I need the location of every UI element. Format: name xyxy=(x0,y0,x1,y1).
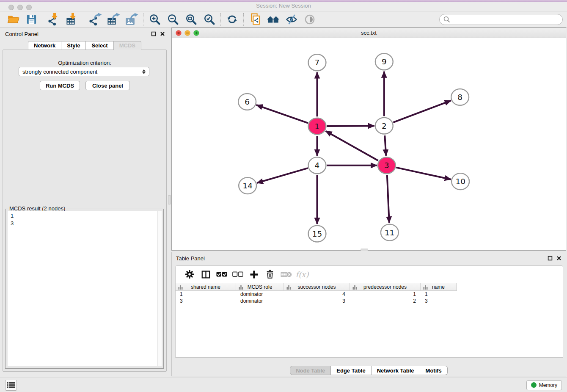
table-cell[interactable]: 3 xyxy=(421,298,457,304)
table-body: 1dominator4113dominator323 xyxy=(176,291,563,304)
table-cell[interactable]: 4 xyxy=(284,291,350,298)
table-cell[interactable]: 1 xyxy=(350,291,421,298)
zoom-fit-button[interactable] xyxy=(182,12,200,27)
close-panel-icon[interactable] xyxy=(160,31,165,36)
float-panel-icon[interactable] xyxy=(151,31,156,36)
memory-label: Memory xyxy=(539,382,557,388)
optimization-criterion-dropdown[interactable]: strongly connected component xyxy=(19,67,149,76)
mcds-result-values: 13 xyxy=(8,211,162,228)
add-column-button[interactable] xyxy=(246,268,262,281)
table-cell[interactable]: 1 xyxy=(176,291,236,298)
graph-edge-4-14[interactable] xyxy=(257,168,308,183)
hide-details-button[interactable] xyxy=(282,12,300,27)
control-tab-select[interactable]: Select xyxy=(86,41,113,50)
application-window: Session: New Session xyxy=(0,0,567,392)
dropdown-stepper-icon xyxy=(142,69,146,74)
graph-edge-1-6[interactable] xyxy=(256,105,308,123)
table-cell[interactable]: 1 xyxy=(421,291,457,298)
macos-titlebar: Session: New Session xyxy=(0,0,567,11)
table-tab-edge-table[interactable]: Edge Table xyxy=(331,366,371,375)
network-window-titlebar[interactable]: scc.txt xyxy=(172,28,566,38)
task-history-button[interactable] xyxy=(5,380,17,391)
table-row[interactable]: 1dominator411 xyxy=(176,291,563,298)
table-cell[interactable]: 3 xyxy=(176,298,236,304)
deselect-all-button[interactable] xyxy=(230,268,246,281)
mcds-result-scrollbar[interactable] xyxy=(157,211,162,366)
control-panel: Control Panel NetworkStyleSelectMCDS Opt… xyxy=(0,28,169,378)
main-toolbar xyxy=(0,11,567,28)
toolbar-separator xyxy=(143,13,143,26)
zoom-in-button[interactable] xyxy=(146,12,164,27)
table-panel: Table Panel f(x) shared nameMCDS rolesuc… xyxy=(171,252,566,376)
table-tab-node-table[interactable]: Node Table xyxy=(290,366,331,375)
close-table-panel-icon[interactable] xyxy=(556,256,561,261)
table-cell[interactable]: dominator xyxy=(236,298,284,304)
column-header-shared-name[interactable]: shared name xyxy=(176,283,236,290)
search-input[interactable] xyxy=(453,16,559,22)
open-session-network-button[interactable] xyxy=(246,12,264,27)
float-table-panel-icon[interactable] xyxy=(548,256,553,261)
horizontal-splitter-grip[interactable] xyxy=(361,248,368,251)
graph-edge-2-8[interactable] xyxy=(393,101,451,123)
graph-edge-1-2[interactable] xyxy=(327,126,374,126)
graph-node-label-9: 9 xyxy=(382,57,387,66)
graph-edge-3-11[interactable] xyxy=(387,175,389,223)
memory-button[interactable]: Memory xyxy=(526,380,562,390)
control-tab-style[interactable]: Style xyxy=(61,41,86,50)
column-header-predecessor-nodes[interactable]: predecessor nodes xyxy=(350,283,421,290)
zoom-out-button[interactable] xyxy=(164,12,182,27)
control-tab-mcds[interactable]: MCDS xyxy=(114,41,141,50)
table-tab-motifs[interactable]: Motifs xyxy=(420,366,448,375)
select-all-button[interactable] xyxy=(214,268,230,281)
show-graphics-details-button[interactable] xyxy=(300,12,319,27)
mcds-result-textarea[interactable]: 13 xyxy=(8,211,162,366)
close-panel-button[interactable]: Close panel xyxy=(85,81,130,90)
zoom-selected-button[interactable] xyxy=(200,12,218,27)
mcds-result-line: 1 xyxy=(11,212,159,220)
export-network-button[interactable] xyxy=(86,12,105,27)
column-header-successor-nodes[interactable]: successor nodes xyxy=(284,283,350,290)
table-cell[interactable]: 2 xyxy=(350,298,421,304)
mcds-result-group: MCDS result (2 nodes) 13 xyxy=(5,209,164,369)
table-cell[interactable]: dominator xyxy=(236,291,284,298)
control-tab-network[interactable]: Network xyxy=(28,41,61,50)
save-session-button[interactable] xyxy=(22,12,41,27)
open-file-button[interactable] xyxy=(4,12,22,27)
column-settings-button[interactable] xyxy=(182,268,198,281)
table-tab-network-table[interactable]: Network Table xyxy=(372,366,420,375)
column-header-MCDS-role[interactable]: MCDS role xyxy=(236,283,284,290)
panel-splitter-grip[interactable] xyxy=(168,195,171,204)
toolbar-separator xyxy=(220,13,221,26)
graph-edge-2-3[interactable] xyxy=(385,135,386,156)
mcds-result-line: 3 xyxy=(11,220,159,227)
fx-icon: f(x) xyxy=(296,270,309,279)
export-image-button[interactable] xyxy=(123,12,141,27)
export-table-button[interactable] xyxy=(105,12,123,27)
graph-edge-3-10[interactable] xyxy=(396,168,451,179)
graph-node-label-14: 14 xyxy=(242,181,252,190)
graph-node-label-6: 6 xyxy=(245,97,250,106)
run-mcds-button[interactable]: Run MCDS xyxy=(40,81,80,90)
import-network-button[interactable] xyxy=(45,12,63,27)
function-builder-button-disabled: f(x) xyxy=(294,268,310,281)
network-canvas[interactable]: 7968124314101511 xyxy=(172,39,566,250)
table-cell[interactable]: 3 xyxy=(284,298,350,304)
graph-node-label-15: 15 xyxy=(312,229,322,238)
mcds-result-title: MCDS result (2 nodes) xyxy=(8,205,66,212)
graph-edge-3-1[interactable] xyxy=(325,131,378,160)
search-field[interactable] xyxy=(439,14,563,25)
delete-column-button[interactable] xyxy=(262,268,278,281)
column-header-name[interactable]: name xyxy=(421,283,457,290)
window-title: Session: New Session xyxy=(0,3,567,9)
control-panel-title: Control Panel xyxy=(5,31,39,37)
task-list-icon xyxy=(7,382,15,388)
import-table-button[interactable] xyxy=(63,12,82,27)
refresh-view-button[interactable] xyxy=(223,12,241,27)
table-row[interactable]: 3dominator323 xyxy=(176,298,563,304)
graph-node-label-2: 2 xyxy=(382,121,387,130)
split-panel-button[interactable] xyxy=(198,268,214,281)
toolbar-separator xyxy=(243,13,244,26)
graph-node-label-1: 1 xyxy=(315,122,320,131)
network-graph[interactable]: 7968124314101511 xyxy=(172,39,566,250)
home-button[interactable] xyxy=(264,12,282,27)
